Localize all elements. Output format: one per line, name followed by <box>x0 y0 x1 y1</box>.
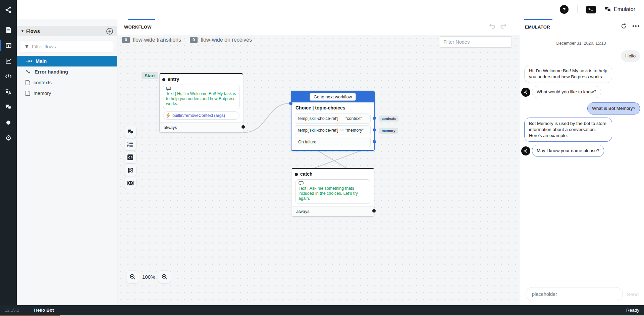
terminal-icon[interactable]: >_ <box>586 6 596 13</box>
bot-message-bubble-highlighted: Bot Memory is used by the bot to store i… <box>524 118 612 142</box>
redo-icon[interactable] <box>500 23 507 30</box>
flows-icon[interactable] <box>0 38 17 53</box>
reset-conversation-icon[interactable] <box>621 23 627 29</box>
go-to-next-workflow-button[interactable]: Go to next workflow <box>310 93 356 101</box>
zoom-level: 100% <box>142 274 155 280</box>
node-title: entry <box>160 74 243 83</box>
output-port[interactable] <box>372 209 376 213</box>
flow-wide-on-receives[interactable]: 0 flow-wide on receives <box>190 37 252 43</box>
flow-canvas[interactable]: 0 flow-wide transitions 0 flow-wide on r… <box>117 35 520 305</box>
input-port[interactable] <box>289 102 292 105</box>
bot-avatar <box>521 88 530 97</box>
node-catch[interactable]: catch Text | Ask me something thats incl… <box>292 168 374 217</box>
translate-icon[interactable] <box>0 84 17 99</box>
link-badge-memory[interactable]: memory <box>379 128 398 134</box>
left-icon-rail: ⚙ <box>0 0 17 305</box>
zoom-out-icon[interactable] <box>126 271 139 283</box>
botpress-logo[interactable] <box>0 2 17 17</box>
add-flow-button[interactable]: + <box>106 28 113 35</box>
node-entry[interactable]: entry Text | Hi, I'm Welcome Bot! My tas… <box>159 73 243 133</box>
node-topic-choices[interactable]: Go to next workflow Choice | topic-choic… <box>291 91 375 151</box>
flow-item-label: Error handling <box>35 69 68 75</box>
text-bubble-icon <box>299 181 304 185</box>
emulator-panel: EMULATOR ••• December 31, 2020, 15:13 He… <box>520 19 644 305</box>
catch-text-content[interactable]: Text | Ask me something thats included i… <box>296 179 370 204</box>
output-port[interactable] <box>373 128 376 132</box>
output-port[interactable] <box>373 140 376 143</box>
emulator-tab-strip: EMULATOR ••• <box>520 19 644 35</box>
node-title: catch <box>292 169 374 178</box>
filter-nodes-input[interactable] <box>440 36 512 48</box>
flow-wide-receives-label: flow-wide on receives <box>201 37 252 43</box>
hitl-chat-icon[interactable] <box>0 99 17 115</box>
chat-icon <box>604 6 611 12</box>
divider <box>577 5 578 13</box>
flow-wide-transitions[interactable]: 0 flow-wide transitions <box>122 37 181 43</box>
document-icon <box>25 80 30 85</box>
emulator-toggle-button[interactable]: Emulator <box>604 6 635 12</box>
flows-header[interactable]: ▼ Flows + <box>17 26 117 36</box>
flows-panel-title: Flows <box>26 29 106 34</box>
user-message-bubble-highlighted: What is Bot Memory? <box>587 102 640 115</box>
zoom-controls: 100% <box>126 271 171 283</box>
analytics-icon[interactable] <box>0 53 17 69</box>
catch-transition-always[interactable]: always <box>292 206 374 216</box>
flow-item-contexts[interactable]: contexts <box>17 77 117 88</box>
output-port[interactable] <box>241 125 245 129</box>
code-editor-icon[interactable] <box>0 69 17 84</box>
link-badge-contexts[interactable]: contexts <box>379 116 398 122</box>
more-options-icon[interactable]: ••• <box>632 23 640 29</box>
zoom-in-icon[interactable] <box>158 271 171 283</box>
share-icon <box>524 90 528 94</box>
condition-row-on-failure[interactable]: On failure <box>295 137 371 147</box>
condition-row-memory[interactable]: temp['skill-choice-ret'] == "memory" <box>295 125 371 135</box>
bot-message-bubble-highlighted: May I know your name please? <box>532 145 604 157</box>
emulator-chat-area[interactable]: December 31, 2020, 15:13 Hello Hi, I'm W… <box>520 35 644 283</box>
entry-action[interactable]: builtin/removeContext (args) <box>163 111 239 120</box>
workflow-tab-strip: WORKFLOW <box>117 19 520 35</box>
flow-item-error-handling[interactable]: Error handling <box>17 66 117 77</box>
settings-gear-icon[interactable]: ⚙ <box>0 130 17 146</box>
split-icon[interactable] <box>124 164 136 176</box>
chat-message: Hello <box>522 50 640 62</box>
say-something-icon[interactable] <box>124 126 136 138</box>
bot-message-bubble: What would you like to know? <box>532 86 601 98</box>
flow-item-label: memory <box>34 91 51 96</box>
main-flow-icon <box>25 59 32 63</box>
workflow-tab[interactable]: WORKFLOW <box>124 25 152 30</box>
emulator-toggle-label: Emulator <box>614 6 635 12</box>
input-port[interactable] <box>162 78 165 81</box>
collapse-caret-icon: ▼ <box>21 29 24 33</box>
node-title: Choice | topic-choices <box>291 102 374 112</box>
bot-avatar <box>521 146 530 155</box>
content-icon[interactable] <box>0 22 17 38</box>
flow-item-memory[interactable]: memory <box>17 88 117 99</box>
chat-message-input[interactable] <box>526 287 623 301</box>
filter-flows-input[interactable] <box>32 44 109 49</box>
undo-icon[interactable] <box>488 23 496 30</box>
input-port[interactable] <box>295 173 298 176</box>
output-port[interactable] <box>373 117 376 120</box>
status-bar: 12.15.2 Hello Bot Ready <box>0 305 644 315</box>
chat-message: May I know your name please? <box>522 145 640 157</box>
numbered-list-icon[interactable]: 12 <box>124 139 136 150</box>
entry-transition-always[interactable]: always <box>160 122 243 132</box>
flow-item-main[interactable]: Main <box>17 56 117 66</box>
execute-code-icon[interactable] <box>124 151 136 163</box>
chat-message: What would you like to know? <box>522 86 640 98</box>
ready-status: Ready <box>626 308 639 313</box>
chat-message: What is Bot Memory? <box>522 102 640 115</box>
flows-panel: ▼ Flows + Main Error handling contexts m… <box>17 19 117 305</box>
status-dot-icon[interactable] <box>0 115 17 130</box>
version-label: 12.15.2 <box>5 308 19 313</box>
help-icon[interactable]: ? <box>560 5 569 14</box>
bot-name[interactable]: Hello Bot <box>34 308 54 313</box>
flow-item-label: Main <box>36 58 47 64</box>
flow-wide-transitions-label: flow-wide transitions <box>133 37 181 43</box>
emulator-tab[interactable]: EMULATOR <box>525 25 550 30</box>
send-button[interactable]: Send <box>627 291 639 297</box>
condition-row-context[interactable]: temp['skill-choice-ret'] == "context" <box>295 114 371 124</box>
emulator-input-bar: Send <box>520 283 644 305</box>
entry-text-content[interactable]: Text | Hi, I'm Welcome Bot! My task is t… <box>163 85 239 109</box>
email-icon[interactable] <box>124 177 136 189</box>
